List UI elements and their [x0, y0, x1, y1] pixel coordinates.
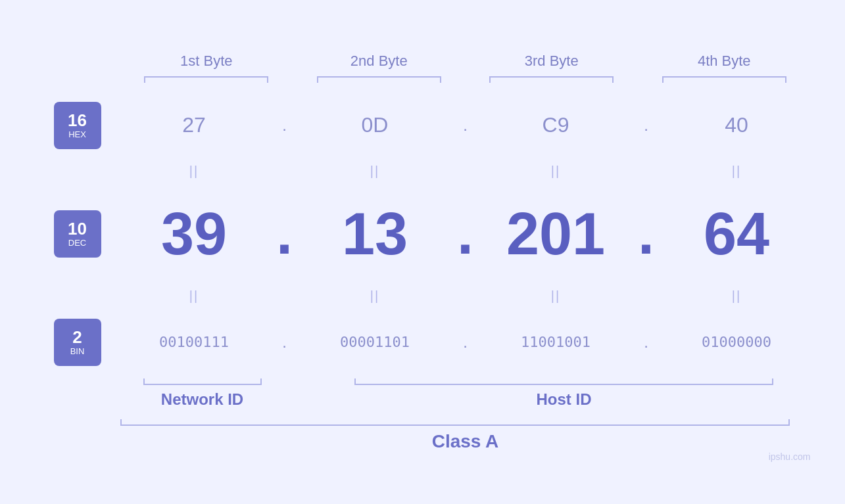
bin-dot-3: . — [630, 333, 663, 352]
dec-dot-2: . — [449, 200, 482, 267]
byte3-header: 3rd Byte — [466, 53, 639, 70]
hex-val-4: 40 — [663, 113, 811, 137]
base-dec-row: 10 DEC — [35, 188, 120, 280]
base-eq-dec — [35, 280, 120, 313]
top-bracket-1 — [120, 76, 293, 83]
hex-dot-2: . — [449, 116, 482, 135]
bottom-bracket-host-wrap — [318, 378, 811, 385]
main-container: 1st Byte 2nd Byte 3rd Byte 4th Byte 16 H… — [35, 39, 811, 465]
byte-headers: 1st Byte 2nd Byte 3rd Byte 4th Byte — [120, 53, 811, 70]
network-host-labels: Network ID Host ID — [120, 390, 811, 409]
dec-val-4: 64 — [663, 204, 811, 263]
eq2-1: || — [120, 288, 268, 304]
top-bracket-3 — [466, 76, 639, 83]
eq1-4: || — [663, 164, 811, 179]
bin-val-4: 01000000 — [663, 334, 811, 350]
top-bracket-4 — [638, 76, 811, 83]
bin-val-1: 00100111 — [120, 334, 268, 350]
class-section: Class A — [120, 419, 811, 452]
bin-val-2: 00001101 — [301, 334, 449, 350]
bottom-brackets — [120, 378, 811, 385]
hex-dot-1: . — [268, 116, 301, 135]
equals-row-1: || || || || — [120, 155, 811, 188]
class-bracket — [120, 419, 790, 426]
eq1-1: || — [120, 164, 268, 179]
dec-val-1: 39 — [120, 204, 268, 263]
hex-row: 27 . 0D . C9 . 40 — [120, 96, 811, 155]
eq2-4: || — [663, 288, 811, 304]
bin-dot-1: . — [268, 333, 301, 352]
eq1-2: || — [301, 164, 449, 179]
hex-val-3: C9 — [482, 113, 630, 137]
dec-row: 39 . 13 . 201 . 64 — [120, 188, 811, 280]
byte1-header: 1st Byte — [120, 53, 293, 70]
base-bin-row: 2 BIN — [35, 313, 120, 372]
dec-dot-3: . — [630, 200, 663, 267]
watermark: ipshu.com — [769, 451, 811, 462]
dec-val-2: 13 — [301, 204, 449, 263]
hex-dot-3: . — [630, 116, 663, 135]
bin-row: 00100111 . 00001101 . 11001001 . 0100000… — [120, 313, 811, 372]
bin-val-3: 11001001 — [482, 334, 630, 350]
dec-dot-1: . — [268, 200, 301, 267]
dec-number: 10 — [68, 219, 87, 239]
base-eq-hex — [35, 155, 120, 188]
rows-area: 27 . 0D . C9 . 40 || || — [120, 96, 811, 372]
bin-dot-2: . — [449, 333, 482, 352]
hex-number: 16 — [68, 111, 87, 130]
base-hex-row: 16 HEX — [35, 96, 120, 155]
byte4-header: 4th Byte — [638, 53, 811, 70]
base-labels: 16 HEX 10 DEC 2 BIN — [35, 96, 120, 372]
dec-name: DEC — [68, 238, 86, 248]
bin-name: BIN — [70, 346, 85, 356]
class-label: Class A — [120, 431, 811, 452]
bottom-bracket-network — [120, 378, 285, 385]
top-bracket-2 — [293, 76, 466, 83]
bottom-section: Network ID Host ID — [120, 378, 811, 409]
hex-badge: 16 HEX — [54, 102, 101, 149]
hex-name: HEX — [68, 129, 86, 139]
bin-badge: 2 BIN — [54, 319, 101, 366]
top-brackets — [120, 76, 811, 83]
equals-row-2: || || || || — [120, 280, 811, 313]
eq2-2: || — [301, 288, 449, 304]
eq1-3: || — [482, 164, 630, 179]
hex-val-1: 27 — [120, 113, 268, 137]
dec-val-3: 201 — [482, 204, 630, 263]
network-id-label: Network ID — [120, 390, 285, 409]
bin-number: 2 — [72, 328, 82, 347]
dec-badge: 10 DEC — [54, 210, 101, 258]
hex-val-2: 0D — [301, 113, 449, 137]
eq2-3: || — [482, 288, 630, 304]
host-id-label: Host ID — [318, 390, 811, 409]
main-grid: 16 HEX 10 DEC 2 BIN — [35, 96, 811, 372]
byte2-header: 2nd Byte — [293, 53, 466, 70]
